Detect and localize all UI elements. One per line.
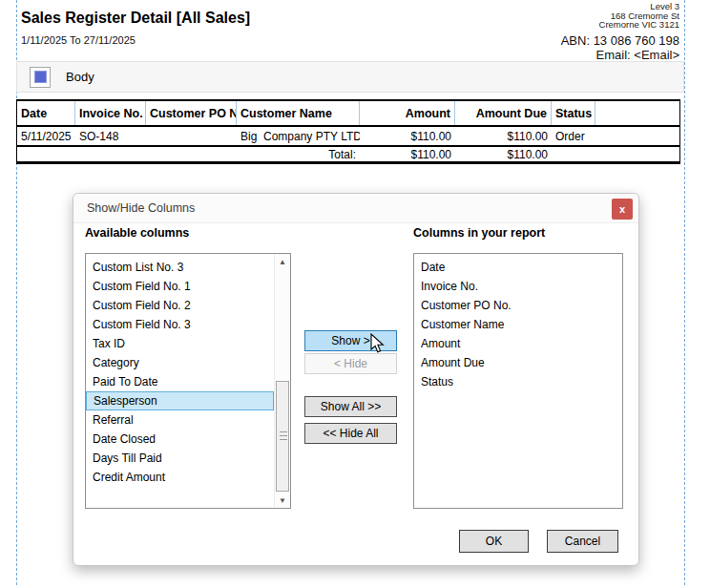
company-address: Level 3 168 Cremorne St Cremorne VIC 312… xyxy=(599,2,679,30)
cell-status: Order xyxy=(552,127,595,145)
dialog-title: Show/Hide Columns xyxy=(87,201,195,215)
total-amount-due: $110.00 xyxy=(455,148,552,161)
address-line-3: Cremorne VIC 3121 xyxy=(599,20,679,30)
list-item[interactable]: Amount Due xyxy=(414,353,622,372)
scroll-down-icon[interactable]: ▼ xyxy=(275,493,290,508)
cell-date: 5/11/2025 xyxy=(17,127,75,145)
list-item[interactable]: Custom Field No. 1 xyxy=(86,277,290,296)
sales-table-header: Date Invoice No. Customer PO No. Custome… xyxy=(17,101,679,127)
header-customer-po-no: Customer PO No. xyxy=(146,101,237,125)
list-item[interactable]: Custom Field No. 2 xyxy=(86,296,290,315)
report-date-range: 1/11/2025 To 27/11/2025 xyxy=(21,34,136,46)
scroll-up-icon[interactable]: ▲ xyxy=(275,254,290,269)
report-preview-page: Sales Register Detail [All Sales] 1/11/2… xyxy=(0,0,710,588)
report-columns-items: Date Invoice No. Customer PO No. Custome… xyxy=(414,254,622,391)
available-columns-label: Available columns xyxy=(85,226,189,240)
list-item[interactable]: Status xyxy=(414,372,622,391)
report-columns-list[interactable]: Date Invoice No. Customer PO No. Custome… xyxy=(413,253,623,509)
mouse-cursor-icon xyxy=(370,333,385,354)
header-customer-name: Customer Name xyxy=(237,101,360,125)
cell-amount-due: $110.00 xyxy=(455,127,552,145)
show-hide-columns-dialog: Show/Hide Columns x Available columns Co… xyxy=(73,193,639,566)
cancel-button[interactable]: Cancel xyxy=(547,530,618,553)
hide-all-button[interactable]: << Hide All xyxy=(304,423,397,444)
body-section-icon[interactable] xyxy=(30,67,51,88)
ok-button[interactable]: OK xyxy=(459,530,529,553)
list-item-selected[interactable]: Salesperson xyxy=(86,391,274,410)
cell-amount: $110.00 xyxy=(360,127,455,145)
cell-customer-po-no xyxy=(146,127,237,145)
report-title: Sales Register Detail [All Sales] xyxy=(21,10,250,27)
scrollbar-grip xyxy=(280,439,287,440)
company-abn: ABN: 13 086 760 198 xyxy=(561,33,679,48)
list-item[interactable]: Tax ID xyxy=(86,334,290,353)
header-amount: Amount xyxy=(360,101,455,125)
body-section-label: Body xyxy=(66,70,94,84)
hide-button[interactable]: < Hide xyxy=(304,353,397,374)
close-icon[interactable]: x xyxy=(612,199,633,220)
list-item[interactable]: Category xyxy=(86,353,290,372)
list-item[interactable]: Invoice No. xyxy=(414,277,622,296)
list-item[interactable]: Referral xyxy=(86,410,290,430)
body-section-icon-fill xyxy=(34,71,47,83)
dialog-titlebar[interactable]: Show/Hide Columns x xyxy=(73,194,638,223)
body-section-bar[interactable]: Body xyxy=(16,61,684,93)
cell-invoice-no: SO-148 xyxy=(75,127,146,145)
list-item[interactable]: Customer Name xyxy=(414,315,622,334)
cell-filler xyxy=(595,127,679,145)
header-amount-due: Amount Due xyxy=(455,101,552,125)
list-item[interactable]: Date Closed xyxy=(86,430,290,449)
selection-guide-right xyxy=(684,0,685,585)
list-item[interactable]: Amount xyxy=(414,334,622,353)
total-label: Total: xyxy=(17,148,360,161)
sales-table: Date Invoice No. Customer PO No. Custome… xyxy=(16,99,680,164)
list-item[interactable]: Custom Field No. 3 xyxy=(86,315,290,334)
scrollbar-thumb[interactable] xyxy=(276,381,289,492)
report-columns-label: Columns in your report xyxy=(413,226,545,240)
available-columns-items: Custom List No. 3 Custom Field No. 1 Cus… xyxy=(86,254,290,487)
scrollbar-grip xyxy=(280,431,287,432)
header-date: Date xyxy=(17,101,75,125)
list-item[interactable]: Custom List No. 3 xyxy=(86,258,290,277)
list-item[interactable]: Customer PO No. xyxy=(414,296,622,315)
header-status: Status xyxy=(552,101,595,125)
list-item[interactable]: Days Till Paid xyxy=(86,449,290,468)
list-item[interactable]: Credit Amount xyxy=(86,468,290,487)
header-invoice-no: Invoice No. xyxy=(75,101,146,125)
company-email: Email: <Email> xyxy=(596,48,679,62)
table-row: 5/11/2025 SO-148 Big Company PTY LTD $11… xyxy=(17,127,679,147)
list-item[interactable]: Date xyxy=(414,258,622,277)
total-amount: $110.00 xyxy=(360,148,455,161)
list-item[interactable]: Paid To Date xyxy=(86,372,290,391)
scrollbar[interactable]: ▲ ▼ xyxy=(274,254,290,508)
available-columns-list[interactable]: Custom List No. 3 Custom Field No. 1 Cus… xyxy=(85,253,291,509)
header-filler xyxy=(595,101,679,125)
cell-customer-name: Big Company PTY LTD xyxy=(237,127,360,145)
show-all-button[interactable]: Show All >> xyxy=(304,396,397,417)
table-total-row: Total: $110.00 $110.00 xyxy=(17,147,679,164)
scrollbar-grip xyxy=(280,435,287,436)
